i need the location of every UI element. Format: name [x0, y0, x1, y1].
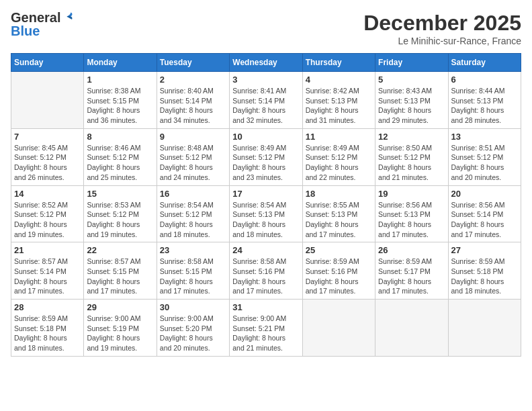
- day-number: 17: [232, 189, 299, 199]
- calendar-week-row: 28Sunrise: 8:59 AM Sunset: 5:18 PM Dayli…: [11, 300, 521, 357]
- calendar-cell: 4Sunrise: 8:42 AM Sunset: 5:13 PM Daylig…: [302, 72, 375, 129]
- calendar-cell: 13Sunrise: 8:51 AM Sunset: 5:12 PM Dayli…: [448, 128, 521, 185]
- logo-blue-text: Blue: [11, 24, 40, 38]
- calendar-cell: 1Sunrise: 8:38 AM Sunset: 5:15 PM Daylig…: [84, 72, 157, 129]
- day-number: 10: [232, 132, 299, 142]
- logo: General Blue: [11, 11, 74, 38]
- calendar-cell: 29Sunrise: 9:00 AM Sunset: 5:19 PM Dayli…: [84, 300, 157, 357]
- day-info: Sunrise: 8:50 AM Sunset: 5:12 PM Dayligh…: [378, 143, 445, 183]
- day-info: Sunrise: 8:51 AM Sunset: 5:12 PM Dayligh…: [451, 143, 518, 183]
- day-info: Sunrise: 8:54 AM Sunset: 5:13 PM Dayligh…: [232, 200, 299, 240]
- day-number: 2: [160, 75, 226, 85]
- day-number: 11: [306, 132, 372, 142]
- day-number: 20: [451, 189, 518, 199]
- weekday-header: Sunday: [11, 54, 84, 72]
- day-info: Sunrise: 9:00 AM Sunset: 5:21 PM Dayligh…: [232, 314, 299, 353]
- calendar-cell: 16Sunrise: 8:54 AM Sunset: 5:12 PM Dayli…: [157, 185, 229, 242]
- day-info: Sunrise: 8:58 AM Sunset: 5:16 PM Dayligh…: [232, 257, 299, 296]
- day-info: Sunrise: 8:53 AM Sunset: 5:12 PM Dayligh…: [87, 200, 153, 240]
- day-number: 23: [160, 245, 226, 255]
- calendar-cell: 11Sunrise: 8:49 AM Sunset: 5:12 PM Dayli…: [302, 128, 375, 185]
- day-info: Sunrise: 8:48 AM Sunset: 5:12 PM Dayligh…: [160, 143, 226, 183]
- calendar-cell: 14Sunrise: 8:52 AM Sunset: 5:12 PM Dayli…: [11, 185, 84, 242]
- day-number: 1: [87, 75, 153, 85]
- calendar-cell: 23Sunrise: 8:58 AM Sunset: 5:15 PM Dayli…: [157, 242, 229, 300]
- day-number: 6: [451, 75, 518, 85]
- calendar-cell: 6Sunrise: 8:44 AM Sunset: 5:13 PM Daylig…: [448, 72, 521, 129]
- calendar-cell: 2Sunrise: 8:40 AM Sunset: 5:14 PM Daylig…: [157, 72, 229, 129]
- day-info: Sunrise: 8:49 AM Sunset: 5:12 PM Dayligh…: [232, 143, 299, 183]
- weekday-header: Monday: [84, 54, 157, 72]
- day-info: Sunrise: 9:00 AM Sunset: 5:19 PM Dayligh…: [87, 314, 153, 353]
- day-info: Sunrise: 8:44 AM Sunset: 5:13 PM Dayligh…: [451, 86, 518, 126]
- calendar-cell: [302, 300, 375, 357]
- day-info: Sunrise: 8:59 AM Sunset: 5:16 PM Dayligh…: [306, 257, 372, 296]
- day-number: 27: [451, 245, 518, 255]
- day-number: 18: [306, 189, 372, 199]
- calendar-table: SundayMondayTuesdayWednesdayThursdayFrid…: [11, 53, 521, 357]
- calendar-header-row: SundayMondayTuesdayWednesdayThursdayFrid…: [11, 54, 521, 72]
- calendar-cell: 7Sunrise: 8:45 AM Sunset: 5:12 PM Daylig…: [11, 128, 84, 185]
- page-header: General Blue December 2025 Le Minihic-su…: [11, 11, 521, 46]
- day-number: 4: [306, 75, 372, 85]
- title-area: December 2025 Le Minihic-sur-Rance, Fran…: [363, 11, 521, 46]
- day-info: Sunrise: 8:58 AM Sunset: 5:15 PM Dayligh…: [160, 257, 226, 296]
- day-info: Sunrise: 8:38 AM Sunset: 5:15 PM Dayligh…: [87, 86, 153, 126]
- day-number: 19: [378, 189, 445, 199]
- day-info: Sunrise: 8:57 AM Sunset: 5:15 PM Dayligh…: [87, 257, 153, 296]
- logo-icon: [62, 11, 74, 24]
- weekday-header: Thursday: [302, 54, 375, 72]
- day-number: 31: [232, 302, 299, 312]
- day-number: 15: [87, 189, 153, 199]
- day-info: Sunrise: 8:57 AM Sunset: 5:14 PM Dayligh…: [14, 257, 81, 296]
- day-number: 16: [160, 189, 226, 199]
- day-number: 28: [14, 302, 81, 312]
- month-title: December 2025: [363, 11, 521, 36]
- weekday-header: Tuesday: [157, 54, 229, 72]
- day-info: Sunrise: 8:59 AM Sunset: 5:18 PM Dayligh…: [451, 257, 518, 296]
- day-number: 24: [232, 245, 299, 255]
- day-info: Sunrise: 9:00 AM Sunset: 5:20 PM Dayligh…: [160, 314, 226, 353]
- calendar-cell: 9Sunrise: 8:48 AM Sunset: 5:12 PM Daylig…: [157, 128, 229, 185]
- day-info: Sunrise: 8:45 AM Sunset: 5:12 PM Dayligh…: [14, 143, 81, 183]
- day-number: 12: [378, 132, 445, 142]
- day-number: 8: [87, 132, 153, 142]
- calendar-cell: 12Sunrise: 8:50 AM Sunset: 5:12 PM Dayli…: [375, 128, 448, 185]
- day-number: 9: [160, 132, 226, 142]
- calendar-cell: 30Sunrise: 9:00 AM Sunset: 5:20 PM Dayli…: [157, 300, 229, 357]
- day-number: 25: [306, 245, 372, 255]
- day-number: 3: [232, 75, 299, 85]
- day-info: Sunrise: 8:56 AM Sunset: 5:13 PM Dayligh…: [378, 200, 445, 240]
- calendar-cell: 5Sunrise: 8:43 AM Sunset: 5:13 PM Daylig…: [375, 72, 448, 129]
- calendar-cell: 28Sunrise: 8:59 AM Sunset: 5:18 PM Dayli…: [11, 300, 84, 357]
- calendar-cell: 26Sunrise: 8:59 AM Sunset: 5:17 PM Dayli…: [375, 242, 448, 300]
- calendar-cell: 8Sunrise: 8:46 AM Sunset: 5:12 PM Daylig…: [84, 128, 157, 185]
- calendar-cell: 19Sunrise: 8:56 AM Sunset: 5:13 PM Dayli…: [375, 185, 448, 242]
- day-info: Sunrise: 8:56 AM Sunset: 5:14 PM Dayligh…: [451, 200, 518, 240]
- calendar-cell: 27Sunrise: 8:59 AM Sunset: 5:18 PM Dayli…: [448, 242, 521, 300]
- day-number: 22: [87, 245, 153, 255]
- day-number: 13: [451, 132, 518, 142]
- calendar-cell: 10Sunrise: 8:49 AM Sunset: 5:12 PM Dayli…: [230, 128, 302, 185]
- day-info: Sunrise: 8:40 AM Sunset: 5:14 PM Dayligh…: [160, 86, 226, 126]
- weekday-header: Saturday: [448, 54, 521, 72]
- day-number: 5: [378, 75, 445, 85]
- day-info: Sunrise: 8:52 AM Sunset: 5:12 PM Dayligh…: [14, 200, 81, 240]
- calendar-cell: 20Sunrise: 8:56 AM Sunset: 5:14 PM Dayli…: [448, 185, 521, 242]
- day-info: Sunrise: 8:41 AM Sunset: 5:14 PM Dayligh…: [232, 86, 299, 126]
- day-number: 14: [14, 189, 81, 199]
- calendar-week-row: 14Sunrise: 8:52 AM Sunset: 5:12 PM Dayli…: [11, 185, 521, 242]
- calendar-cell: 25Sunrise: 8:59 AM Sunset: 5:16 PM Dayli…: [302, 242, 375, 300]
- calendar-week-row: 21Sunrise: 8:57 AM Sunset: 5:14 PM Dayli…: [11, 242, 521, 300]
- calendar-cell: 17Sunrise: 8:54 AM Sunset: 5:13 PM Dayli…: [230, 185, 302, 242]
- logo-general-text: General: [11, 11, 60, 24]
- calendar-cell: 22Sunrise: 8:57 AM Sunset: 5:15 PM Dayli…: [84, 242, 157, 300]
- day-info: Sunrise: 8:59 AM Sunset: 5:17 PM Dayligh…: [378, 257, 445, 296]
- calendar-cell: 24Sunrise: 8:58 AM Sunset: 5:16 PM Dayli…: [230, 242, 302, 300]
- day-number: 29: [87, 302, 153, 312]
- calendar-week-row: 7Sunrise: 8:45 AM Sunset: 5:12 PM Daylig…: [11, 128, 521, 185]
- calendar-cell: 21Sunrise: 8:57 AM Sunset: 5:14 PM Dayli…: [11, 242, 84, 300]
- calendar-cell: [11, 72, 84, 129]
- day-number: 26: [378, 245, 445, 255]
- day-number: 7: [14, 132, 81, 142]
